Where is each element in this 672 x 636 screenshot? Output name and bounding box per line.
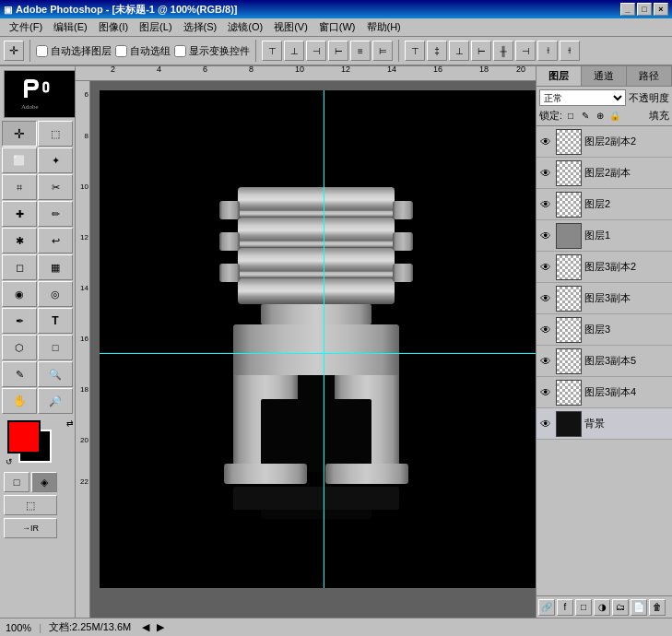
layer-eye-8[interactable]: 👁 <box>538 385 553 400</box>
menu-edit[interactable]: 编辑(E) <box>48 18 93 36</box>
slice-tool[interactable]: ✂ <box>38 174 73 200</box>
crop-tool[interactable]: ⌗ <box>2 174 37 200</box>
layer-item-2[interactable]: 👁 图层2 <box>536 189 672 220</box>
align-top-button[interactable]: ⊤ <box>262 41 282 61</box>
layer-link-button[interactable]: 🔗 <box>538 599 555 616</box>
zoom-tool[interactable]: 🔎 <box>38 388 73 414</box>
screen-mode-button[interactable]: ⬚ <box>4 495 57 515</box>
type-tool[interactable]: T <box>38 308 73 334</box>
layer-eye-5[interactable]: 👁 <box>538 291 553 306</box>
layer-adjustment-button[interactable]: ◑ <box>594 599 610 616</box>
layer-eye-4[interactable]: 👁 <box>538 260 553 275</box>
layer-item-0[interactable]: 👁 图层2副本2 <box>536 126 672 158</box>
layer-eye-2[interactable]: 👁 <box>538 197 553 212</box>
layer-eye-0[interactable]: 👁 <box>538 135 553 149</box>
blur-tool[interactable]: ◉ <box>2 281 37 307</box>
pen-tool[interactable]: ✒ <box>2 308 37 334</box>
nav-arrow-left[interactable]: ◀ <box>142 621 149 633</box>
align-left-button[interactable]: ⊢ <box>328 41 348 61</box>
dist-bottom-button[interactable]: ⊥ <box>449 41 469 61</box>
dist-extra2-button[interactable]: ⫳ <box>560 41 580 61</box>
tab-channels[interactable]: 通道 <box>582 66 627 86</box>
lock-position-icon[interactable]: ⊕ <box>594 110 607 123</box>
layer-item-6[interactable]: 👁 图层3 <box>536 314 672 346</box>
show-transform-controls-input[interactable] <box>174 45 186 57</box>
menu-help[interactable]: 帮助(H) <box>361 18 407 36</box>
layer-mask-button[interactable]: □ <box>575 599 592 616</box>
layer-delete-button[interactable]: 🗑 <box>649 599 666 616</box>
reset-colors-button[interactable]: ↺ <box>6 457 13 466</box>
layer-item-1[interactable]: 👁 图层2副本 <box>536 158 672 189</box>
lock-image-icon[interactable]: ✎ <box>579 110 592 123</box>
auto-select-layer-input[interactable] <box>36 45 48 57</box>
menu-view[interactable]: 视图(V) <box>268 18 313 36</box>
align-bottom-button[interactable]: ⊣ <box>306 41 326 61</box>
maximize-button[interactable]: □ <box>637 3 652 16</box>
dist-hcenter-button[interactable]: ╫ <box>493 41 513 61</box>
auto-select-group-checkbox[interactable]: 自动选组 <box>115 44 171 58</box>
quick-mask-button[interactable]: ◈ <box>31 472 57 492</box>
path-tool[interactable]: ⬡ <box>2 335 37 360</box>
menu-window[interactable]: 窗口(W) <box>313 18 361 36</box>
hand-tool[interactable]: ✋ <box>2 388 37 414</box>
auto-select-layer-checkbox[interactable]: 自动选择图层 <box>36 44 112 58</box>
menu-file[interactable]: 文件(F) <box>4 18 48 36</box>
move-tool-button[interactable]: ✛ <box>4 41 24 61</box>
layer-item-8[interactable]: 👁 图层3副本4 <box>536 377 672 408</box>
dist-top-button[interactable]: ⊤ <box>405 41 425 61</box>
tab-layers[interactable]: 图层 <box>536 66 582 86</box>
eyedropper-tool[interactable]: 🔍 <box>38 361 73 387</box>
notes-tool[interactable]: ✎ <box>2 361 37 387</box>
move-tool[interactable]: ✛ <box>2 121 37 147</box>
lasso-tool[interactable]: ⬚ <box>38 121 73 147</box>
menu-select[interactable]: 选择(S) <box>178 18 223 36</box>
layer-eye-1[interactable]: 👁 <box>538 166 553 181</box>
standard-mode-button[interactable]: □ <box>4 472 29 492</box>
layer-new-button[interactable]: 📄 <box>631 599 647 616</box>
menu-filter[interactable]: 滤镜(O) <box>222 18 268 36</box>
lock-transparent-icon[interactable]: □ <box>564 110 577 123</box>
menu-layer[interactable]: 图层(L) <box>134 18 177 36</box>
swap-colors-button[interactable]: ⇄ <box>66 418 74 428</box>
dist-extra-button[interactable]: ⫲ <box>537 41 558 61</box>
foreground-color-swatch[interactable] <box>7 420 41 453</box>
marquee-tool[interactable]: ⬜ <box>2 147 37 173</box>
gradient-tool[interactable]: ▦ <box>38 254 73 280</box>
eraser-tool[interactable]: ◻ <box>2 254 37 280</box>
blend-mode-select[interactable]: 正常 <box>539 89 626 106</box>
show-transform-controls-checkbox[interactable]: 显示变换控件 <box>174 44 250 58</box>
history-brush-tool[interactable]: ↩ <box>38 228 73 253</box>
dodge-tool[interactable]: ◎ <box>38 281 73 307</box>
auto-select-group-input[interactable] <box>115 45 127 57</box>
heal-tool[interactable]: ✚ <box>2 201 37 227</box>
dist-left-button[interactable]: ⊢ <box>471 41 491 61</box>
tab-paths[interactable]: 路径 <box>627 66 672 86</box>
nav-arrow-right[interactable]: ▶ <box>157 621 164 633</box>
layer-item-9[interactable]: 👁 背景 <box>536 408 672 440</box>
close-button[interactable]: × <box>654 3 668 16</box>
layer-eye-9[interactable]: 👁 <box>538 417 553 431</box>
brush-tool[interactable]: ✏ <box>38 201 73 227</box>
minimize-button[interactable]: _ <box>620 3 635 16</box>
layer-eye-7[interactable]: 👁 <box>538 354 553 369</box>
align-right-button[interactable]: ⊨ <box>372 41 393 61</box>
align-vcenter-button[interactable]: ⊥ <box>284 41 304 61</box>
align-hcenter-button[interactable]: ≡ <box>350 41 371 61</box>
layer-item-3[interactable]: 👁 图层1 <box>536 220 672 252</box>
magic-wand-tool[interactable]: ✦ <box>38 147 73 173</box>
lock-all-icon[interactable]: 🔒 <box>608 110 621 123</box>
dist-right-button[interactable]: ⊣ <box>515 41 536 61</box>
layer-item-4[interactable]: 👁 图层3副本2 <box>536 252 672 283</box>
ruler-h-marks: 2 4 6 8 10 12 14 16 18 20 <box>90 66 536 79</box>
layer-group-button[interactable]: 🗂 <box>612 599 629 616</box>
jump-to-button[interactable]: →IR <box>4 518 57 538</box>
layer-eye-6[interactable]: 👁 <box>538 323 553 337</box>
layer-eye-3[interactable]: 👁 <box>538 229 553 243</box>
layer-style-button[interactable]: f <box>557 599 573 616</box>
layer-item-5[interactable]: 👁 图层3副本 <box>536 283 672 314</box>
menu-image[interactable]: 图像(I) <box>93 18 134 36</box>
dist-vcenter-button[interactable]: ‡ <box>427 41 447 61</box>
shape-tool[interactable]: □ <box>38 335 73 360</box>
layer-item-7[interactable]: 👁 图层3副本5 <box>536 346 672 377</box>
clone-tool[interactable]: ✱ <box>2 228 37 253</box>
